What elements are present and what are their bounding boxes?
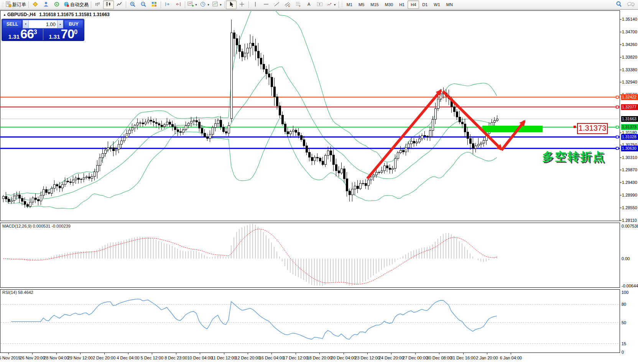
- arrows-button[interactable]: ▼: [325, 0, 337, 9]
- time-tick-mark: [104, 353, 105, 354]
- chat-icon[interactable]: [627, 1, 635, 8]
- price-label-callout[interactable]: 1.31373: [577, 123, 608, 134]
- sell-price[interactable]: 1.31 66 3: [3, 29, 43, 40]
- timeframe-m1-button[interactable]: M1: [344, 0, 355, 9]
- trendline-icon: [274, 1, 280, 8]
- sell-button[interactable]: SELL: [3, 20, 22, 28]
- time-axis-label: 18 Dec 20:00: [307, 356, 332, 360]
- cursor-button[interactable]: [226, 0, 237, 9]
- price-label-anchor[interactable]: [574, 126, 576, 128]
- rsi-axis-label: 100: [622, 290, 628, 295]
- candlesticks[interactable]: [2, 20, 498, 208]
- timeframe-d1-button[interactable]: D1: [419, 0, 431, 9]
- time-axis-label: 28 Nov 04:00: [44, 356, 69, 360]
- text-label-button[interactable]: T: [314, 0, 325, 9]
- bar-chart-icon: [95, 1, 101, 8]
- price-chip-1-31028: 1.31028: [621, 134, 638, 140]
- time-axis-label: 16 Dec 04:00: [259, 356, 284, 360]
- price-axis[interactable]: [620, 10, 638, 364]
- time-tick-mark: [176, 353, 176, 354]
- macd-axis-label: -0.006446: [622, 284, 638, 289]
- time-tick-mark: [200, 353, 200, 354]
- timeframe-m30-button[interactable]: M30: [382, 0, 396, 9]
- metaeditor-button[interactable]: [30, 0, 41, 9]
- rsi-canvas[interactable]: [0, 289, 620, 353]
- price-tick-mark: [620, 82, 622, 82]
- autotrading-button[interactable]: 自动交易: [62, 0, 90, 9]
- horizontal-line-button[interactable]: [261, 0, 271, 9]
- signals-icon: [54, 1, 60, 8]
- timeframe-w1-button[interactable]: W1: [431, 0, 443, 9]
- vertical-line-button[interactable]: [250, 0, 261, 9]
- toolbar-drag-handle[interactable]: [341, 2, 343, 8]
- svg-text:T: T: [319, 3, 321, 6]
- macd-canvas[interactable]: [0, 223, 620, 288]
- metaeditor-icon: [32, 1, 38, 8]
- time-tick-mark: [463, 353, 464, 354]
- candlestick-chart-button[interactable]: [103, 0, 114, 9]
- svg-text:F: F: [299, 5, 301, 7]
- new-chart-button[interactable]: ▼: [186, 0, 199, 9]
- toolbar-separator: [339, 1, 339, 8]
- time-axis-label: 27 Dec 00:00: [403, 356, 428, 360]
- price-tick-label: 1.32940: [622, 80, 637, 85]
- toolbar-separator: [224, 1, 225, 8]
- rsi-axis-label: 15: [622, 341, 626, 346]
- tile-windows-button[interactable]: [149, 0, 160, 9]
- time-tick-mark: [367, 353, 368, 354]
- time-axis-label: 8 Dec 23:00: [164, 356, 187, 360]
- toolbar-separator: [185, 1, 185, 8]
- horizontal-line-icon: [263, 1, 269, 8]
- buy-price[interactable]: 1.31 70 0: [43, 29, 84, 40]
- timeframe-h4-button[interactable]: H4: [408, 0, 419, 9]
- timeframe-m15-button[interactable]: M15: [367, 0, 381, 9]
- price-tick-mark: [620, 170, 622, 170]
- time-axis-label: 26 Nov 20:00: [20, 356, 45, 360]
- time-tick-mark: [80, 353, 81, 354]
- time-axis-label: 25 Nov 2019: [0, 356, 20, 360]
- line-chart-button[interactable]: [114, 0, 125, 9]
- price-tick-mark: [620, 182, 622, 183]
- macd-histogram: [3, 224, 497, 286]
- toolbar-drag-handle[interactable]: [2, 2, 3, 8]
- price-tick-mark: [620, 44, 622, 45]
- toolbar-button-label: 新订单: [12, 2, 26, 8]
- periods-button[interactable]: ▼: [199, 0, 211, 9]
- timeframe-mn-button[interactable]: MN: [443, 0, 456, 9]
- new-order-button[interactable]: 新订单: [4, 0, 27, 9]
- timeframe-m5-button[interactable]: M5: [355, 0, 367, 9]
- text-button[interactable]: A: [304, 0, 314, 9]
- crosshair-button[interactable]: [237, 0, 247, 9]
- community-icon: [43, 1, 49, 8]
- turning-point-annotation[interactable]: 多空转折点: [542, 149, 605, 165]
- auto-scroll-button[interactable]: [162, 0, 173, 9]
- zoom-out-button[interactable]: [138, 0, 149, 9]
- time-tick-mark: [296, 353, 296, 354]
- signals-button[interactable]: [51, 0, 62, 9]
- time-tick-mark: [224, 353, 224, 354]
- time-tick-mark: [415, 353, 416, 354]
- time-axis-label: 4 Dec 04:00: [117, 356, 139, 360]
- toolbar-button-label: 自动交易: [70, 2, 89, 8]
- community-button[interactable]: [41, 0, 51, 9]
- price-tick-label: 1.29870: [622, 167, 637, 172]
- trend-arrows[interactable]: [367, 90, 525, 179]
- equidistant-channel-button[interactable]: E: [282, 0, 293, 9]
- svg-text:A: A: [307, 2, 311, 7]
- toolbar-separator: [248, 1, 249, 8]
- time-axis-label: 2 Dec 20:00: [93, 356, 115, 360]
- time-tick-mark: [152, 353, 152, 354]
- zoom-in-button[interactable]: [127, 0, 138, 9]
- chart-shift-button[interactable]: [173, 0, 184, 9]
- mt4-window: 新订单自动交易▼▼▼EFAT▼M1M5M15M30H1H4D1W1MN GBPU…: [0, 0, 638, 364]
- bar-chart-button[interactable]: [92, 0, 103, 9]
- search-icon[interactable]: [615, 1, 622, 8]
- templates-button[interactable]: ▼: [211, 0, 223, 9]
- support-zone-band[interactable]: [482, 126, 543, 132]
- price-tick-label: 1.33380: [622, 67, 637, 72]
- fibonacci-button[interactable]: F: [293, 0, 304, 9]
- trendline-button[interactable]: [271, 0, 282, 9]
- main-chart-canvas[interactable]: [0, 10, 620, 221]
- time-tick-mark: [271, 353, 272, 354]
- timeframe-h1-button[interactable]: H1: [396, 0, 408, 9]
